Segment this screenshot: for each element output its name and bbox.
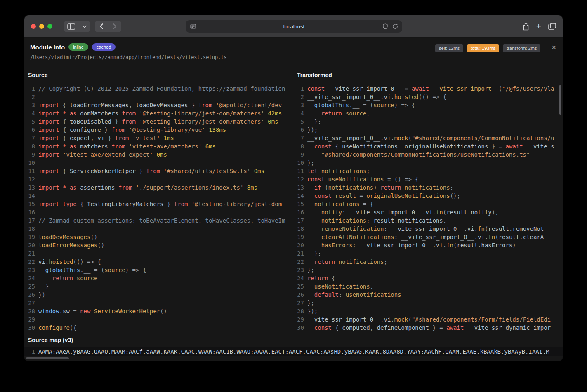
code-line: 17 notifications: result.notifications, xyxy=(293,216,563,225)
code-text: import * as domMatchers from '@testing-l… xyxy=(38,109,293,117)
line-number: 23 xyxy=(293,266,304,274)
code-text: }; xyxy=(307,117,563,126)
line-number: 16 xyxy=(24,208,35,216)
code-line: 26}) xyxy=(24,291,293,299)
code-text: "#shared/components/CommonNotifications/… xyxy=(307,150,563,159)
code-line: 6import { configure } from '@testing-lib… xyxy=(24,126,293,134)
source-code-editor[interactable]: 1// Copyright (C) 2012-2025 Zammad Found… xyxy=(24,82,293,333)
code-text: import 'vitest-axe/extend-expect' 0ms xyxy=(38,150,293,159)
line-number: 2 xyxy=(24,93,35,101)
code-text: notify: __vite_ssr_import_0__.vi.fn(resu… xyxy=(307,208,563,216)
code-line: 11import { ServiceWorkerHelper } from '#… xyxy=(24,167,293,175)
zoom-window-button[interactable] xyxy=(47,24,52,29)
code-line: 18 removeNotification: __vite_ssr_import… xyxy=(293,225,563,233)
new-tab-icon[interactable]: + xyxy=(536,22,541,31)
code-text: import * as matchers from 'vitest-axe/ma… xyxy=(38,142,293,150)
line-number: 18 xyxy=(293,225,304,233)
code-text xyxy=(38,299,293,307)
code-text: const __vite_ssr_import_0__ = await __vi… xyxy=(307,85,563,93)
code-text: import type { TestingLibraryMatchers } f… xyxy=(38,200,293,208)
address-bar[interactable]: localhost xyxy=(186,20,402,33)
line-number: 26 xyxy=(293,291,304,299)
code-text: import { configure } from '@testing-libr… xyxy=(38,126,293,134)
code-line: 10 xyxy=(24,159,293,167)
line-number: 22 xyxy=(24,258,35,266)
navigation-buttons xyxy=(95,21,121,32)
code-text: hasErrors: __vite_ssr_import_0__.vi.fn(r… xyxy=(307,241,563,249)
line-number: 10 xyxy=(24,159,35,167)
code-line: 5 }; xyxy=(293,117,563,126)
line-number: 17 xyxy=(293,216,304,225)
code-line: 24return { xyxy=(293,274,563,282)
code-line: 5import { toBeDisabled } from '@testing-… xyxy=(24,117,293,126)
source-map-mappings: AAMA;AAeA,yBAAG,QAAQ,MAAM;AACf,aAAW,KAAK… xyxy=(38,347,563,356)
close-button[interactable]: × xyxy=(552,44,556,51)
line-number: 4 xyxy=(24,109,35,117)
horizontal-scrollbar[interactable] xyxy=(26,357,69,359)
code-text: useNotifications, xyxy=(307,282,563,291)
browser-window: localhost + Module xyxy=(24,15,563,361)
line-number: 19 xyxy=(24,233,35,241)
browser-toolbar: localhost + xyxy=(24,15,563,38)
code-text: }; xyxy=(307,266,563,274)
code-line: 8 const { useNotifications: originalUseN… xyxy=(293,142,563,150)
reload-icon[interactable] xyxy=(392,23,398,29)
code-text: // Zammad custom assertions: toBeAvatarE… xyxy=(38,216,293,225)
line-number: 15 xyxy=(24,200,35,208)
code-text: __vite_ssr_import_0__.vi.mock("#shared/c… xyxy=(307,134,563,142)
timing-total-badge: total: 193ms xyxy=(467,44,499,52)
share-icon[interactable] xyxy=(523,22,529,31)
source-map-section: Source map (v3) 1 AAMA;AAeA,yBAAG,QAAQ,M… xyxy=(24,333,563,361)
code-line: 18 xyxy=(24,225,293,233)
cached-badge: cached xyxy=(92,43,116,51)
code-line: 2 xyxy=(24,93,293,101)
line-number: 25 xyxy=(24,282,35,291)
code-text: loadErrorMessages() xyxy=(38,241,293,249)
line-number: 1 xyxy=(24,347,35,356)
code-line: 2__vite_ssr_import_0__.vi.hoisted(() => … xyxy=(293,93,563,101)
line-number: 24 xyxy=(24,274,35,282)
code-line: 9 "#shared/components/CommonNotification… xyxy=(293,150,563,159)
code-line: 28}); xyxy=(293,307,563,315)
transformed-code-editor[interactable]: 1const __vite_ssr_import_0__ = await __v… xyxy=(293,82,563,333)
line-number: 1 xyxy=(293,85,304,93)
line-number: 1 xyxy=(24,85,35,93)
line-number: 30 xyxy=(24,324,35,332)
back-button[interactable] xyxy=(99,23,104,30)
code-line: 1// Copyright (C) 2012-2025 Zammad Found… xyxy=(24,85,293,93)
code-line: 20 hasErrors: __vite_ssr_import_0__.vi.f… xyxy=(293,241,563,249)
code-line: 23}; xyxy=(293,266,563,274)
vertical-scrollbar[interactable] xyxy=(559,85,561,115)
source-pane: Source 1// Copyright (C) 2012-2025 Zamma… xyxy=(24,68,293,333)
code-line: 7__vite_ssr_import_0__.vi.mock("#shared/… xyxy=(293,134,563,142)
line-number: 29 xyxy=(24,315,35,324)
minimize-window-button[interactable] xyxy=(39,24,44,29)
sidebar-toggle-button[interactable] xyxy=(64,21,90,32)
divider xyxy=(79,23,79,30)
privacy-icon[interactable] xyxy=(383,23,388,29)
tab-overview-icon[interactable] xyxy=(548,23,556,30)
line-number: 6 xyxy=(24,126,35,134)
forward-button[interactable] xyxy=(113,23,117,30)
line-number: 7 xyxy=(293,134,304,142)
line-number: 21 xyxy=(293,249,304,258)
code-text xyxy=(38,175,293,183)
line-number: 10 xyxy=(293,159,304,167)
line-number: 26 xyxy=(24,291,35,299)
code-text: }; xyxy=(307,249,563,258)
code-text xyxy=(38,93,293,101)
code-text: return notifications; xyxy=(307,258,563,266)
page-settings-icon[interactable] xyxy=(190,24,196,29)
close-window-button[interactable] xyxy=(31,24,36,29)
code-line: 25 } xyxy=(24,282,293,291)
code-text: return source; xyxy=(307,109,563,117)
line-number: 29 xyxy=(293,315,304,324)
code-line: 29__vite_ssr_import_0__.vi.mock("#shared… xyxy=(293,315,563,324)
page-title: Module Info xyxy=(30,44,65,51)
code-line: 8import * as matchers from 'vitest-axe/m… xyxy=(24,142,293,150)
line-number: 14 xyxy=(24,192,35,200)
module-inspect-page: Module Info inline cached /Users/vladimi… xyxy=(24,38,563,361)
line-number: 16 xyxy=(293,208,304,216)
code-line: 28window.sw = new ServiceWorkerHelper() xyxy=(24,307,293,315)
traffic-lights xyxy=(31,24,52,29)
